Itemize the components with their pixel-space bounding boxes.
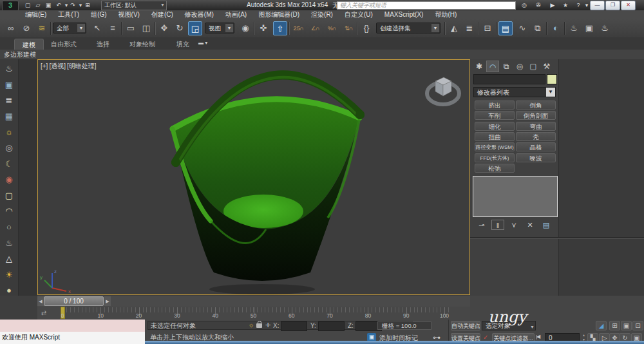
modifier-button-FFD(长方体)[interactable]: FFD(长方体) — [475, 153, 515, 162]
menu-item-7[interactable]: 图形编辑器(D) — [252, 10, 305, 19]
open-file-icon[interactable]: ▱ — [33, 1, 43, 9]
modifier-button-噪波[interactable]: 噪波 — [516, 153, 556, 162]
render-setup[interactable]: ♨ — [567, 21, 581, 35]
utilities-tab[interactable]: ⚒ — [540, 61, 553, 72]
menu-item-0[interactable]: 编辑(E) — [19, 10, 52, 19]
modifier-button-路径变形 (WSM)[interactable]: 路径变形 (WSM) — [475, 142, 515, 151]
modifier-button-挤出[interactable]: 挤出 — [475, 100, 515, 110]
ribbon-tab-0[interactable]: 建模 — [14, 39, 44, 50]
modifier-button-倒角[interactable]: 倒角 — [516, 100, 556, 110]
menu-item-1[interactable]: 工具(T) — [52, 10, 85, 19]
keyboard-shortcut-override[interactable]: ⇧ — [273, 21, 287, 35]
select-and-rotate[interactable]: ↻ — [173, 21, 187, 35]
polygon-modeling-panel-label[interactable]: 多边形建模 — [4, 50, 36, 59]
y-coordinate-field[interactable] — [318, 321, 345, 331]
select-and-link[interactable]: ∞ — [4, 21, 18, 35]
modifier-list-dropdown[interactable]: 修改器列表 ▼ — [473, 87, 556, 97]
modifier-button-松弛[interactable]: 松弛 — [475, 164, 515, 173]
select-by-name[interactable]: ≡ — [106, 21, 120, 35]
object-color-swatch[interactable] — [547, 74, 557, 84]
configure-modifier-sets-icon[interactable]: ▤ — [540, 220, 553, 230]
select-object[interactable]: ↖ — [90, 21, 104, 35]
snaps-toggle-2-5[interactable]: 2.5∩ — [291, 21, 305, 35]
reference-coordinate-system-dropdown[interactable]: 视图▼ — [205, 23, 234, 33]
moon-sphere-icon[interactable]: ☾ — [2, 157, 16, 171]
selection-lock-icon[interactable] — [256, 323, 262, 328]
bucket-object[interactable] — [171, 75, 365, 294]
application-menu-button[interactable]: 3 — [2, 1, 19, 11]
menu-item-2[interactable]: 组(G) — [85, 10, 112, 19]
light-bulb-icon[interactable]: ☼ — [2, 125, 16, 139]
render-elements-icon[interactable]: ▦ — [2, 110, 16, 123]
nav-zoom-extents-icon[interactable]: ▣ — [621, 321, 632, 330]
curve-editor[interactable]: ∿ — [515, 21, 529, 35]
save-file-icon[interactable]: ▣ — [44, 1, 53, 9]
cone-primitive-icon[interactable]: △ — [2, 252, 16, 265]
object-name-field[interactable] — [473, 74, 545, 84]
auto-key-button[interactable]: 自动关键点 — [451, 321, 480, 330]
maximize-button[interactable]: ❐ — [605, 1, 620, 10]
align[interactable]: ≣ — [462, 21, 477, 35]
adaptive-degradation-bulb-icon[interactable]: ☼ — [247, 321, 255, 329]
menu-item-3[interactable]: 视图(V) — [113, 10, 146, 19]
new-file-icon[interactable]: ▢ — [23, 1, 32, 9]
modifier-button-晶格[interactable]: 晶格 — [516, 142, 556, 151]
menu-item-4[interactable]: 创建(C) — [146, 10, 179, 19]
viewcube[interactable] — [427, 77, 459, 104]
track-bar-options-icon[interactable]: ⇄ — [39, 308, 49, 318]
hierarchy-tab[interactable]: ⧉ — [500, 61, 513, 72]
edit-named-selection-sets[interactable]: {} — [359, 21, 374, 35]
dome-primitive-icon[interactable]: ◠ — [2, 204, 16, 218]
menu-item-6[interactable]: 动画(A) — [220, 10, 252, 19]
ribbon-tab-4[interactable]: 填充 — [171, 39, 194, 50]
rectangular-selection-region[interactable]: ▭ — [124, 21, 138, 35]
circle-primitive-icon[interactable]: ○ — [2, 220, 16, 234]
nav-zoom-region-icon[interactable]: ⊡ — [632, 321, 643, 330]
modifier-button-车削[interactable]: 车削 — [475, 111, 515, 120]
x-coordinate-field[interactable] — [281, 321, 307, 331]
menu-item-8[interactable]: 渲染(R) — [305, 10, 339, 19]
material-editor[interactable]: ◐ — [549, 21, 563, 35]
sun-light-icon[interactable]: ☀ — [2, 268, 16, 282]
manage-layers[interactable]: ⊟ — [480, 21, 495, 35]
spinner-snap-toggle[interactable]: ⇅∩ — [341, 21, 355, 35]
select-and-scale[interactable]: ◲ — [188, 21, 202, 35]
ribbon-tab-2[interactable]: 选择 — [90, 39, 116, 50]
minimize-button[interactable]: — — [590, 1, 605, 10]
motion-tab[interactable]: ◎ — [513, 61, 526, 72]
bind-to-space-warp[interactable]: ≋ — [35, 21, 49, 35]
go-to-start-icon[interactable]: |◀ — [536, 334, 540, 339]
communication-center-icon[interactable]: ▶ — [547, 1, 558, 9]
angle-snap-toggle[interactable]: ∠∩ — [308, 21, 322, 35]
percent-snap-toggle[interactable]: %∩ — [325, 21, 339, 35]
environment-icon[interactable]: ◎ — [2, 141, 16, 155]
search-go-icon[interactable]: ◎ — [519, 1, 529, 9]
create-tab[interactable]: ✱ — [473, 61, 486, 72]
modifier-button-扭曲[interactable]: 扭曲 — [475, 132, 515, 141]
perspective-viewport[interactable]: [+][透视][明暗处理] — [37, 59, 470, 295]
modifier-button-壳[interactable]: 壳 — [516, 132, 556, 141]
track-bar[interactable]: ⇄ 0102030405060708090100 — [37, 307, 470, 320]
menu-item-9[interactable]: 自定义(U) — [339, 10, 379, 19]
select-and-manipulate[interactable]: ✜ — [256, 21, 270, 35]
box-primitive-icon[interactable]: ▢ — [2, 189, 16, 202]
playback-speed-slider-icon[interactable]: ◢ — [596, 321, 607, 330]
select-and-move[interactable]: ✥ — [157, 21, 171, 35]
named-selection-sets-dropdown[interactable]: 创建选择集▼ — [376, 23, 440, 33]
next-frame-arrow[interactable]: ▶ — [104, 296, 111, 306]
unlink-selection[interactable]: ⊘ — [19, 21, 33, 35]
camera-red-icon[interactable]: ◉ — [2, 173, 16, 186]
mirror[interactable]: ◭ — [447, 21, 461, 35]
nav-zoom-all-icon[interactable]: ⊞ — [609, 321, 620, 330]
show-end-result-icon[interactable]: ‖ — [491, 220, 504, 230]
remove-modifier-icon[interactable]: ✕ — [524, 220, 536, 230]
transform-gizmo-icon[interactable]: ✛ — [264, 321, 272, 329]
render-dialog-icon[interactable]: ≣ — [2, 93, 16, 107]
modifier-stack-list[interactable] — [473, 176, 558, 217]
modify-tab[interactable]: ◠ — [486, 61, 499, 72]
display-tab[interactable]: ▢ — [527, 61, 540, 72]
viewport-menu-plus[interactable]: [+] — [41, 62, 48, 70]
menu-item-5[interactable]: 修改器(M) — [179, 10, 220, 19]
menu-item-10[interactable]: MAXScript(X) — [379, 10, 430, 19]
modifier-button-弯曲[interactable]: 弯曲 — [516, 122, 556, 131]
